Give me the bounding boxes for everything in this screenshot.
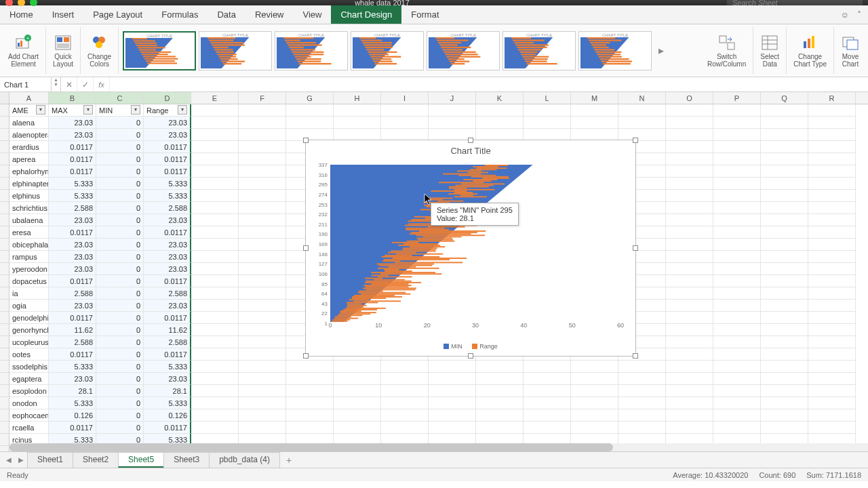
cell[interactable]: alaenoptera (9, 129, 49, 141)
cell[interactable] (666, 153, 713, 165)
cell[interactable] (571, 409, 618, 422)
cell[interactable] (239, 165, 286, 178)
cell[interactable] (286, 104, 334, 117)
sheet-tab-sheet1[interactable]: Sheet1 (27, 452, 73, 468)
cell[interactable]: 28.1 (49, 385, 96, 397)
cell[interactable]: 0.0117 (49, 348, 96, 361)
cell[interactable]: rcaella (9, 422, 49, 434)
cell[interactable]: 0 (96, 141, 144, 153)
sheet-tab-sheet5[interactable]: Sheet5 (118, 452, 164, 468)
sheet-tab-sheet2[interactable]: Sheet2 (73, 452, 119, 468)
row-header[interactable] (0, 361, 9, 373)
cell[interactable] (524, 409, 571, 422)
chart-style-3[interactable]: CHART TITLE (275, 31, 348, 70)
cell[interactable] (381, 409, 429, 422)
ribbon-tab-insert[interactable]: Insert (43, 5, 84, 24)
cell[interactable] (239, 104, 286, 117)
cell[interactable] (191, 202, 239, 214)
cell[interactable] (286, 373, 334, 385)
cell[interactable]: 0 (96, 287, 144, 300)
cell[interactable] (713, 214, 761, 226)
cell[interactable] (524, 422, 571, 434)
cell[interactable] (808, 300, 856, 312)
row-header[interactable] (0, 397, 9, 409)
cell[interactable] (239, 348, 286, 361)
cell[interactable] (571, 422, 618, 434)
cell[interactable]: 5.333 (144, 397, 191, 409)
cell[interactable] (761, 104, 808, 117)
cell[interactable]: ootes (9, 348, 49, 361)
row-header[interactable] (0, 373, 9, 385)
cell[interactable] (286, 397, 334, 409)
filter-icon[interactable]: ▾ (83, 105, 93, 115)
row-header[interactable] (0, 287, 9, 300)
cell[interactable] (808, 385, 856, 397)
fx-button[interactable]: fx (94, 77, 110, 92)
quick-layout-button[interactable]: Quick Layout (46, 27, 81, 74)
cell[interactable] (429, 385, 476, 397)
cell[interactable]: 5.333 (49, 361, 96, 373)
cell[interactable] (761, 275, 808, 287)
cell[interactable]: 0 (96, 300, 144, 312)
column-header-O[interactable]: O (666, 92, 713, 104)
cell[interactable]: 0 (96, 214, 144, 226)
resize-handle[interactable] (633, 245, 638, 251)
spreadsheet-grid[interactable]: ABCDEFGHIJKLMNOPQR AME▾MAX▾MIN▾Range▾ala… (0, 92, 868, 451)
cell[interactable] (381, 373, 429, 385)
cell[interactable] (239, 385, 286, 397)
cell[interactable] (666, 129, 713, 141)
ribbon-tab-formulas[interactable]: Formulas (152, 5, 208, 24)
cell[interactable]: ubalaena (9, 214, 49, 226)
row-header[interactable] (0, 178, 9, 190)
cell[interactable] (334, 104, 381, 117)
filter-icon[interactable]: ▾ (178, 105, 187, 115)
column-header-L[interactable]: L (524, 92, 571, 104)
cell[interactable] (334, 385, 381, 397)
sheet-nav-prev[interactable]: ◀ (3, 456, 15, 464)
cell[interactable]: 0.0117 (144, 312, 191, 324)
cell[interactable] (571, 104, 618, 117)
cell[interactable]: 0.0117 (49, 141, 96, 153)
cell[interactable] (761, 373, 808, 385)
cell[interactable] (761, 348, 808, 361)
chart-style-2[interactable]: CHART TITLE (199, 31, 272, 70)
cell[interactable] (761, 190, 808, 202)
cell[interactable] (666, 422, 713, 434)
cell[interactable]: 5.333 (144, 361, 191, 373)
column-header-I[interactable]: I (381, 92, 429, 104)
cell[interactable]: 0 (96, 251, 144, 263)
cell[interactable]: 0 (96, 422, 144, 434)
row-header[interactable] (0, 409, 9, 422)
cell[interactable] (713, 397, 761, 409)
cell[interactable] (239, 239, 286, 251)
cell[interactable] (808, 104, 856, 117)
cell[interactable]: 0 (96, 190, 144, 202)
cell[interactable] (334, 373, 381, 385)
cell[interactable] (666, 361, 713, 373)
cell[interactable] (808, 422, 856, 434)
row-header[interactable] (0, 263, 9, 275)
cell[interactable] (666, 239, 713, 251)
cell[interactable] (713, 129, 761, 141)
cell[interactable] (571, 361, 618, 373)
column-header-F[interactable]: F (239, 92, 286, 104)
cell[interactable]: 23.03 (144, 251, 191, 263)
cell[interactable]: 23.03 (144, 214, 191, 226)
cell[interactable] (666, 226, 713, 239)
cell[interactable] (239, 263, 286, 275)
row-header[interactable] (0, 312, 9, 324)
cell[interactable]: 0 (96, 226, 144, 239)
cell[interactable] (761, 153, 808, 165)
cell[interactable]: 0 (96, 117, 144, 129)
cell[interactable] (239, 422, 286, 434)
accept-formula-button[interactable]: ✓ (77, 77, 94, 92)
cell[interactable] (618, 117, 666, 129)
cell[interactable] (666, 104, 713, 117)
collapse-ribbon-icon[interactable]: ˄ (857, 10, 861, 20)
cell[interactable]: esoplodon (9, 385, 49, 397)
chart-style-4[interactable]: CHART TITLE (351, 31, 424, 70)
cell[interactable] (476, 361, 524, 373)
cell[interactable] (618, 385, 666, 397)
cell[interactable]: 0.0117 (49, 312, 96, 324)
cell[interactable]: 23.03 (144, 263, 191, 275)
